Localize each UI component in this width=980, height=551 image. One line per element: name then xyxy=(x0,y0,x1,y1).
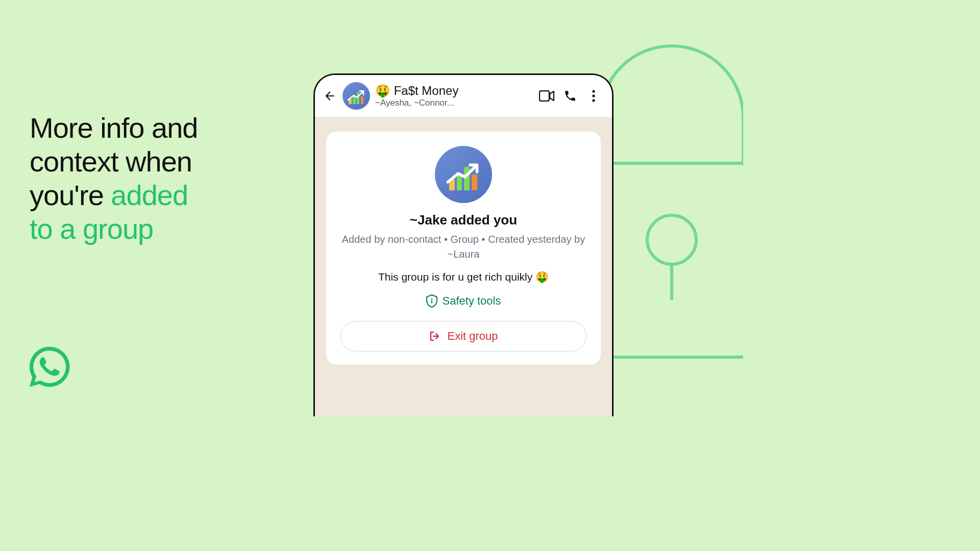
safety-tools-button[interactable]: Safety tools xyxy=(340,294,586,308)
svg-point-1 xyxy=(647,215,696,264)
voice-call-button[interactable] xyxy=(561,89,579,103)
headline-line-4-accent: to a group xyxy=(30,213,153,245)
back-button[interactable] xyxy=(322,88,337,104)
svg-point-6 xyxy=(431,298,432,300)
exit-icon xyxy=(429,330,441,342)
svg-point-3 xyxy=(592,90,595,92)
headline-line-1: More info and xyxy=(30,112,198,144)
group-title-emoji: 🤑 xyxy=(375,84,390,97)
chat-background: ~Jake added you Added by non-contact • G… xyxy=(315,117,612,416)
more-options-button[interactable] xyxy=(584,90,603,102)
headline-line-3-plain: you're xyxy=(30,179,111,211)
video-call-button[interactable] xyxy=(537,90,556,102)
svg-rect-7 xyxy=(431,300,432,304)
group-title-text: Fa$t Money xyxy=(394,84,459,97)
svg-rect-2 xyxy=(540,91,549,101)
group-members-preview: ~Ayesha, ~Connor... xyxy=(375,98,532,108)
group-context-meta: Added by non-contact • Group • Created y… xyxy=(340,232,586,262)
safety-tools-label: Safety tools xyxy=(443,294,501,308)
whatsapp-logo-icon xyxy=(28,345,71,389)
promo-headline: More info and context when you're added … xyxy=(30,111,198,246)
exit-group-label: Exit group xyxy=(447,330,498,343)
group-context-card: ~Jake added you Added by non-contact • G… xyxy=(326,132,601,365)
headline-line-2: context when xyxy=(30,145,192,178)
chart-growth-icon xyxy=(347,88,365,104)
svg-point-5 xyxy=(592,99,595,102)
arrow-left-icon xyxy=(323,89,336,103)
phone-icon xyxy=(564,89,577,103)
headline-line-3-accent: added xyxy=(111,179,188,211)
chat-header: 🤑 Fa$t Money ~Ayesha, ~Connor... xyxy=(315,75,612,117)
exit-group-button[interactable]: Exit group xyxy=(340,321,586,352)
group-avatar-small[interactable] xyxy=(342,82,370,110)
phone-mockup: 🤑 Fa$t Money ~Ayesha, ~Connor... ~Jake a… xyxy=(313,73,614,416)
group-avatar-large[interactable] xyxy=(435,146,492,203)
group-description: This group is for u get rich quikly 🤑 xyxy=(340,271,586,283)
video-camera-icon xyxy=(539,90,554,102)
shield-info-icon xyxy=(426,294,437,308)
chart-growth-icon xyxy=(446,159,480,190)
svg-point-4 xyxy=(592,94,595,97)
added-by-title: ~Jake added you xyxy=(340,212,586,228)
header-titles[interactable]: 🤑 Fa$t Money ~Ayesha, ~Connor... xyxy=(375,84,532,108)
more-vertical-icon xyxy=(592,90,595,102)
